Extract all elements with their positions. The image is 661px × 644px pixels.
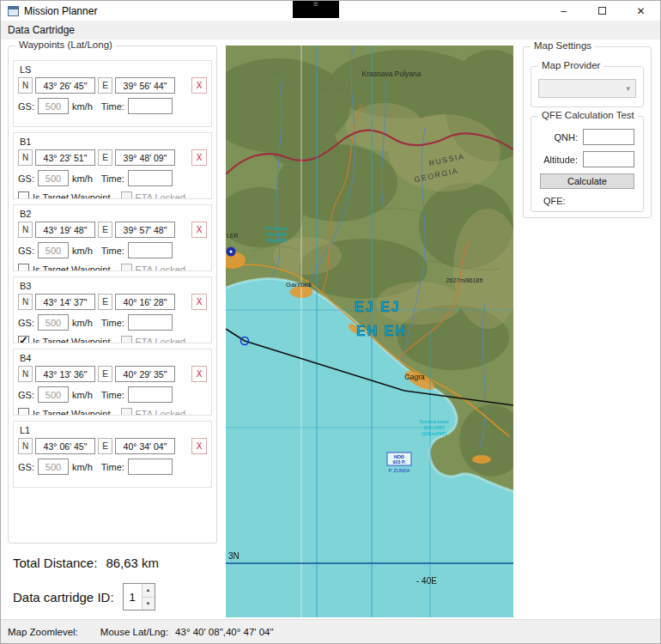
latitude-input[interactable] [35,438,95,454]
time-input[interactable] [128,98,173,114]
waypoint-name: B4 [20,353,207,363]
north-badge[interactable]: N [18,438,33,454]
delete-waypoint-button[interactable]: X [191,149,207,166]
gs-unit-label: km/h [72,318,93,328]
time-label: Time: [101,390,124,400]
groundspeed-input[interactable] [38,314,69,331]
mouse-latlng-value: 43° 40' 08",40° 47' 04" [175,627,273,637]
ndb-freq-label: 923 P. [392,459,406,465]
eta-locked-label: ETA Locked [136,337,186,344]
north-badge[interactable]: N [18,366,33,382]
map-canvas[interactable]: NDB 923 P. P. ZUNDA Krasnava Polyana RUS… [226,46,513,617]
east-badge[interactable]: E [98,77,112,94]
target-waypoint-checkbox[interactable] [18,336,29,343]
calculate-button[interactable]: Calculate [540,173,634,189]
time-label: Time: [101,318,124,328]
latitude-input[interactable] [35,149,95,166]
waypoint-card-l1: L1 N E X GS: km/h Time: [13,421,212,488]
latitude-grid-label: 3N [228,551,240,561]
gs-label: GS: [18,462,34,472]
delete-waypoint-button[interactable]: X [191,366,207,382]
waypoint-card-b1: B1 N E X GS: km/h Time: Is Tar [13,132,212,199]
minimize-button[interactable]: – [544,1,583,21]
delete-waypoint-button[interactable]: X [191,222,207,238]
qnh-input[interactable] [583,129,634,145]
map-zoomlevel-label: Map Zoomlevel: [8,627,78,637]
longitude-input[interactable] [115,77,175,94]
latitude-input[interactable] [35,366,95,382]
grid-square-label-eh: EH EH [356,324,407,338]
east-badge[interactable]: E [98,438,112,454]
longitude-input[interactable] [115,438,175,454]
target-waypoint-checkbox[interactable] [18,264,29,271]
waypoint-card-ls: LS N E X GS: km/h Time: [13,60,212,127]
gs-label: GS: [18,101,34,112]
eta-locked-label: ETA Locked [136,409,186,416]
edge-town-label: LER [227,233,239,239]
groundspeed-input[interactable] [38,386,69,403]
spinner-down-icon[interactable]: ▼ [143,598,155,611]
delete-waypoint-button[interactable]: X [191,438,207,454]
qfe-calculation-group: QFE Calculation Test QNH: Altitude: Calc… [531,116,644,212]
longitude-input[interactable] [115,294,175,310]
north-badge[interactable]: N [18,149,33,166]
longitude-input[interactable] [115,149,175,166]
groundspeed-input[interactable] [38,170,69,186]
tv-towers-height-label: 175m/568' [265,232,288,237]
waypoints-group-title: Waypoints (Lat/Long) [15,39,116,50]
total-distance-value: 86,63 km [106,556,159,570]
map-view[interactable]: NDB 923 P. P. ZUNDA Krasnava Polyana RUS… [226,46,513,617]
ndb-name-label: P. ZUNDA [389,468,410,473]
north-badge[interactable]: N [18,294,33,310]
east-badge[interactable]: E [98,366,112,382]
time-input[interactable] [128,242,173,258]
maximize-button[interactable] [583,1,622,21]
gs-unit-label: km/h [72,462,93,472]
screen-overlay: ≡ [293,1,339,18]
beacon-center-dot [229,250,232,252]
longitude-input[interactable] [115,222,175,238]
east-badge[interactable]: E [98,149,112,166]
total-distance-label: Total Distance: [13,556,97,570]
delete-waypoint-button[interactable]: X [191,77,207,94]
target-waypoint-checkbox[interactable] [18,191,29,199]
somma-tower-height-label: 115m/380' [423,425,445,430]
eta-locked-checkbox[interactable] [121,264,132,271]
north-badge[interactable]: N [18,222,33,238]
groundspeed-input[interactable] [38,98,69,114]
map-provider-group: Map Provider ▾ [531,66,644,107]
chevron-down-icon: ▾ [626,84,630,93]
eta-locked-checkbox[interactable] [121,408,132,416]
time-input[interactable] [128,459,173,475]
time-label: Time: [101,462,124,472]
groundspeed-input[interactable] [38,459,69,475]
target-waypoint-label: Is Target Waypoint [33,264,111,272]
close-button[interactable]: ✕ [622,1,660,21]
east-badge[interactable]: E [98,294,112,310]
spinner-up-icon[interactable]: ▲ [143,584,155,598]
altitude-input[interactable] [583,151,634,167]
groundspeed-input[interactable] [38,242,69,258]
delete-waypoint-button[interactable]: X [191,294,207,310]
waypoint-card-b3: B3 N E X GS: km/h Time: Is Tar [13,276,212,343]
time-input[interactable] [128,170,173,186]
cartridge-id-stepper[interactable]: 1 ▲ ▼ [123,583,155,611]
time-label: Time: [101,246,124,256]
eta-locked-checkbox[interactable] [121,191,132,199]
latitude-input[interactable] [35,77,95,94]
latitude-input[interactable] [35,222,95,238]
latitude-input[interactable] [35,294,95,310]
north-badge[interactable]: N [18,77,33,94]
waypoint-card-b2: B2 N E X GS: km/h Time: Is Tar [13,204,212,271]
eta-locked-label: ETA Locked [136,264,186,272]
time-input[interactable] [128,386,173,403]
longitude-input[interactable] [115,366,175,382]
map-provider-select[interactable]: ▾ [538,79,636,98]
east-badge[interactable]: E [98,222,112,238]
gs-label: GS: [18,246,34,256]
menu-data-cartridge[interactable]: Data Cartridge [1,24,82,36]
time-input[interactable] [128,314,173,331]
eta-locked-checkbox[interactable] [121,336,132,343]
ndb-label: NDB [394,454,404,459]
target-waypoint-checkbox[interactable] [18,408,29,416]
